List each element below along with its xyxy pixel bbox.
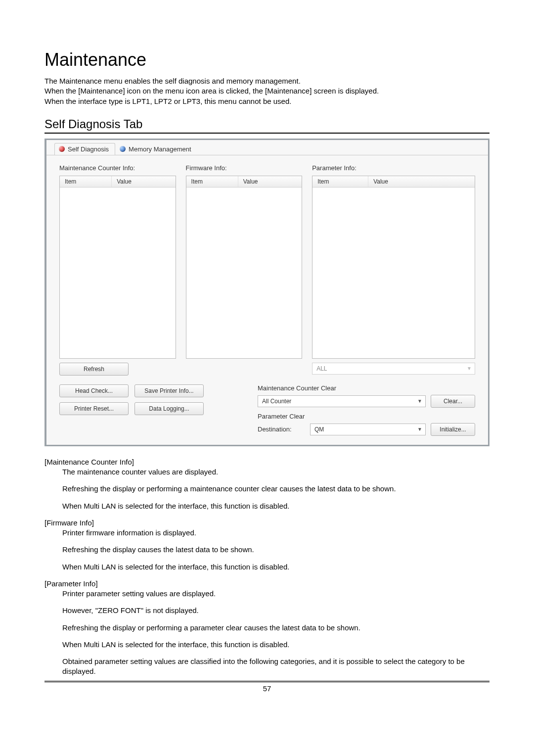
tab-icon-blue xyxy=(120,146,126,152)
chevron-down-icon: ▼ xyxy=(417,426,422,432)
chevron-down-icon: ▼ xyxy=(467,366,472,371)
column-label: Firmware Info: xyxy=(186,164,303,172)
page-number: 57 xyxy=(44,681,490,693)
desc-line: The maintenance counter values are displ… xyxy=(62,467,490,477)
tab-strip: Self Diagnosis Memory Management xyxy=(46,140,488,155)
desc-term: [Parameter Info] xyxy=(44,579,490,589)
desc-line: When Multi LAN is selected for the inter… xyxy=(62,640,490,650)
column-header-value[interactable]: Value xyxy=(368,176,465,187)
desc-line: Printer firmware information is displaye… xyxy=(62,528,490,538)
section-heading: Self Diagnosis Tab xyxy=(44,117,490,134)
destination-select[interactable]: QM ▼ xyxy=(310,424,426,435)
destination-label: Destination: xyxy=(258,425,305,433)
parameter-info-list[interactable]: Item Value xyxy=(312,176,475,359)
firmware-info-list[interactable]: Item Value xyxy=(186,176,303,359)
initialize-button[interactable]: Initialize... xyxy=(431,423,475,436)
maintenance-counter-clear-label: Maintenance Counter Clear xyxy=(258,384,475,392)
column-header-item[interactable]: Item xyxy=(312,176,368,187)
select-value: ALL xyxy=(316,365,327,372)
desc-term: [Maintenance Counter Info] xyxy=(44,457,490,467)
select-value: QM xyxy=(314,426,324,433)
tab-icon-red xyxy=(59,146,65,152)
screenshot-panel: Self Diagnosis Memory Management Mainten… xyxy=(44,139,490,446)
column-label: Maintenance Counter Info: xyxy=(59,164,176,172)
select-value: All Counter xyxy=(262,398,291,405)
clear-button[interactable]: Clear... xyxy=(431,395,475,408)
head-check-button[interactable]: Head Check... xyxy=(59,384,129,397)
column-header-pad xyxy=(465,176,475,187)
firmware-info-column: Firmware Info: Item Value xyxy=(186,164,303,359)
printer-reset-button[interactable]: Printer Reset... xyxy=(59,402,129,415)
desc-term: [Firmware Info] xyxy=(44,518,490,528)
desc-line: Printer parameter setting values are dis… xyxy=(62,589,490,599)
column-header-value[interactable]: Value xyxy=(112,176,175,187)
tab-label: Memory Management xyxy=(129,145,191,153)
tab-label: Self Diagnosis xyxy=(68,145,109,153)
parameter-filter-select[interactable]: ALL ▼ xyxy=(312,363,475,375)
parameter-clear-label: Parameter Clear xyxy=(258,413,475,420)
maintenance-counter-column: Maintenance Counter Info: Item Value xyxy=(59,164,176,359)
parameter-info-column: Parameter Info: Item Value xyxy=(312,164,475,359)
maintenance-clear-select[interactable]: All Counter ▼ xyxy=(258,395,426,407)
desc-line: Obtained parameter setting values are cl… xyxy=(62,657,490,677)
desc-line: Refreshing the display or performing a p… xyxy=(62,623,490,633)
desc-line: Refreshing the display causes the latest… xyxy=(62,545,490,555)
column-header-item[interactable]: Item xyxy=(60,176,112,187)
desc-line: Refreshing the display or performing a m… xyxy=(62,484,490,494)
maintenance-counter-list[interactable]: Item Value xyxy=(59,176,176,359)
column-header-value[interactable]: Value xyxy=(238,176,302,187)
chevron-down-icon: ▼ xyxy=(417,398,422,404)
desc-line: However, "ZERO FONT" is not displayed. xyxy=(62,606,490,615)
desc-line: When Multi LAN is selected for the inter… xyxy=(62,501,490,511)
column-header-item[interactable]: Item xyxy=(186,176,238,187)
tab-self-diagnosis[interactable]: Self Diagnosis xyxy=(54,143,115,155)
column-label: Parameter Info: xyxy=(312,164,475,172)
description-list: [Maintenance Counter Info] The maintenan… xyxy=(44,457,490,677)
desc-line: When Multi LAN is selected for the inter… xyxy=(62,562,490,572)
save-printer-info-button[interactable]: Save Printer Info... xyxy=(134,384,204,397)
page-title: Maintenance xyxy=(44,49,490,70)
intro-paragraph: The Maintenance menu enables the self di… xyxy=(44,76,490,106)
tab-content: Maintenance Counter Info: Item Value Fir… xyxy=(46,155,488,445)
data-logging-button[interactable]: Data Logging... xyxy=(134,402,204,415)
refresh-button[interactable]: Refresh xyxy=(59,363,129,376)
tab-memory-management[interactable]: Memory Management xyxy=(115,143,197,155)
